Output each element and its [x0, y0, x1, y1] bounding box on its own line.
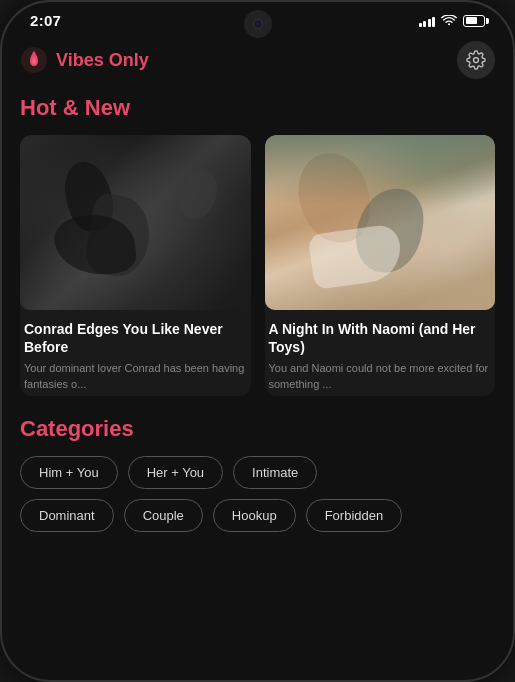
camera-dot — [253, 19, 263, 29]
category-forbidden[interactable]: Forbidden — [306, 499, 403, 532]
card-2-image — [265, 135, 496, 310]
card-2-title: A Night In With Naomi (and Her Toys) — [269, 320, 492, 356]
card-2-info: A Night In With Naomi (and Her Toys) You… — [265, 310, 496, 396]
logo-text: Vibes Only — [56, 50, 149, 71]
category-couple[interactable]: Couple — [124, 499, 203, 532]
signal-bars-icon — [419, 15, 436, 27]
card-1-info: Conrad Edges You Like Never Before Your … — [20, 310, 251, 396]
wifi-icon — [441, 15, 457, 27]
hot-new-title: Hot & New — [20, 95, 495, 121]
card-1-description: Your dominant lover Conrad has been havi… — [24, 361, 247, 392]
status-time: 2:07 — [30, 12, 61, 29]
card-1-figure — [20, 135, 251, 310]
cards-grid: Conrad Edges You Like Never Before Your … — [20, 135, 495, 396]
app-header: Vibes Only — [20, 33, 495, 95]
status-icons — [419, 15, 486, 27]
vibes-only-logo-icon — [20, 46, 48, 74]
category-row-2: Dominant Couple Hookup Forbidden — [20, 499, 495, 532]
settings-button[interactable] — [457, 41, 495, 79]
camera-notch — [244, 10, 272, 38]
category-her-you[interactable]: Her + You — [128, 456, 223, 489]
category-hookup[interactable]: Hookup — [213, 499, 296, 532]
category-him-you[interactable]: Him + You — [20, 456, 118, 489]
battery-icon — [463, 15, 485, 27]
category-rows: Him + You Her + You Intimate Dominant Co… — [20, 456, 495, 532]
card-1-title: Conrad Edges You Like Never Before — [24, 320, 247, 356]
phone-frame: 2:07 — [0, 0, 515, 682]
card-2-description: You and Naomi could not be more excited … — [269, 361, 492, 392]
categories-title: Categories — [20, 416, 495, 442]
gear-icon — [466, 50, 486, 70]
logo-container: Vibes Only — [20, 46, 149, 74]
category-row-1: Him + You Her + You Intimate — [20, 456, 495, 489]
category-dominant[interactable]: Dominant — [20, 499, 114, 532]
card-1[interactable]: Conrad Edges You Like Never Before Your … — [20, 135, 251, 396]
card-1-image — [20, 135, 251, 310]
card-2[interactable]: A Night In With Naomi (and Her Toys) You… — [265, 135, 496, 396]
category-intimate[interactable]: Intimate — [233, 456, 317, 489]
phone-inner: 2:07 — [2, 2, 513, 680]
app-content: Vibes Only Hot & New — [2, 33, 513, 675]
